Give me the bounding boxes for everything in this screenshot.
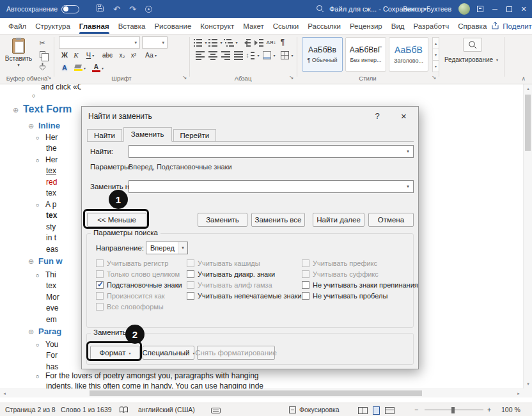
borders-button[interactable]: ▾: [279, 49, 295, 61]
outline-expand-icon[interactable]: ⊕: [28, 258, 38, 266]
checkbox-ignore-spaces[interactable]: Не учитывать пробелы: [302, 292, 387, 300]
checkbox[interactable]: [96, 259, 104, 267]
user-name[interactable]: Виктор Бухтеев: [403, 5, 451, 13]
font-dialog-launcher[interactable]: ↘: [182, 74, 187, 81]
minimize-button[interactable]: ─: [490, 5, 499, 13]
replace-with-input[interactable]: ▾: [129, 180, 414, 193]
autosave-control[interactable]: Автосохранение: [6, 0, 79, 18]
avatar[interactable]: [458, 3, 470, 15]
read-mode-icon[interactable]: [358, 407, 368, 414]
outline-expand-icon[interactable]: ⊕: [13, 106, 23, 114]
italic-button[interactable]: К: [70, 49, 82, 61]
checkbox[interactable]: [302, 292, 309, 300]
bold-button[interactable]: Ж: [59, 49, 70, 61]
maximize-button[interactable]: [506, 6, 512, 12]
find-next-button[interactable]: Найти далее: [313, 213, 364, 227]
tab-find[interactable]: Найти: [87, 129, 122, 141]
direction-select[interactable]: Вперед ▾: [146, 242, 188, 254]
show-marks-button[interactable]: ¶: [278, 36, 288, 48]
tab-developer[interactable]: Разработч: [409, 18, 454, 34]
ribbon-display-options-icon[interactable]: [477, 6, 483, 12]
font-size-combobox[interactable]: ▾: [142, 36, 168, 49]
font-color-button[interactable]: А▾: [90, 62, 106, 73]
numbered-list-button[interactable]: ▾: [208, 36, 223, 48]
undo-icon[interactable]: ↶: [113, 4, 120, 14]
align-right-button[interactable]: [219, 49, 233, 61]
font-name-combobox[interactable]: ▾: [59, 36, 140, 49]
word-count[interactable]: Слово 1 из 1639: [61, 406, 112, 413]
format-painter-button[interactable]: [36, 61, 48, 72]
proofing-icon[interactable]: [119, 406, 129, 415]
underline-button[interactable]: Ч▾: [82, 49, 98, 61]
tab-help[interactable]: Справка: [453, 18, 491, 34]
checkbox-diacritics[interactable]: Учитывать диакр. знаки: [187, 270, 275, 278]
autosave-toggle[interactable]: [61, 5, 79, 13]
tab-design[interactable]: Конструкт: [196, 18, 239, 34]
checkbox[interactable]: [187, 281, 194, 289]
tab-view[interactable]: Вид: [387, 18, 409, 34]
checkbox-alef-hamza[interactable]: Учитывать алиф гамза: [187, 281, 272, 289]
copy-button[interactable]: [36, 49, 48, 60]
zoom-slider-thumb[interactable]: [451, 407, 455, 413]
touch-mode-icon[interactable]: [145, 6, 152, 13]
outline-expand-icon[interactable]: ⊕: [28, 122, 38, 130]
tab-layout[interactable]: Макет: [239, 18, 269, 34]
caret-down-icon[interactable]: ▾: [403, 184, 413, 189]
caret-down-icon[interactable]: ▾: [403, 149, 413, 154]
paste-button[interactable]: Вставить ▾: [4, 36, 33, 73]
close-button[interactable]: ×: [519, 4, 528, 14]
scroll-down-button[interactable]: ▾: [524, 380, 532, 389]
align-center-button[interactable]: [206, 49, 220, 61]
increase-indent-button[interactable]: [252, 36, 266, 48]
replace-button[interactable]: Заменить: [198, 213, 247, 227]
checkbox[interactable]: [302, 270, 309, 278]
subscript-button[interactable]: x₂: [116, 49, 128, 61]
checkbox-sounds-like[interactable]: Произносится как: [96, 292, 165, 300]
checkbox[interactable]: [96, 303, 104, 311]
checkbox[interactable]: [96, 281, 104, 289]
checkbox[interactable]: [302, 259, 309, 267]
checkbox-control-chars[interactable]: Учитывать непечатаемые знаки: [187, 292, 302, 300]
paragraph-dialog-launcher[interactable]: ↘: [289, 74, 294, 81]
tab-replace[interactable]: Заменить: [123, 127, 172, 142]
keyboard-icon[interactable]: [211, 407, 221, 415]
tab-file[interactable]: Файл: [4, 18, 31, 34]
tab-mailings[interactable]: Рассылки: [303, 18, 345, 34]
tab-insert[interactable]: Вставка: [114, 18, 150, 34]
focus-mode-button[interactable]: Фокусировка: [289, 406, 340, 413]
tab-review[interactable]: Рецензир: [345, 18, 387, 34]
checkbox-wildcards[interactable]: Подстановочные знаки: [96, 281, 182, 289]
dialog-close-button[interactable]: ×: [389, 107, 418, 125]
share-button[interactable]: Поделиться: [491, 18, 532, 34]
checkbox[interactable]: [302, 281, 309, 289]
line-spacing-button[interactable]: ↕▾: [244, 49, 261, 61]
text-effects-button[interactable]: А: [59, 62, 70, 73]
outline-expand-icon[interactable]: ⊕: [28, 328, 38, 336]
scroll-up-button[interactable]: ▴: [524, 84, 532, 93]
tab-draw[interactable]: Рисование: [150, 18, 196, 34]
checkbox[interactable]: [96, 270, 104, 278]
find-button[interactable]: [463, 38, 482, 52]
checkbox[interactable]: [96, 292, 104, 300]
scroll-left-button[interactable]: ◂: [0, 389, 9, 398]
align-left-button[interactable]: [193, 49, 207, 61]
tab-references[interactable]: Ссылки: [269, 18, 304, 34]
redo-icon[interactable]: ↷: [129, 4, 136, 14]
web-layout-icon[interactable]: [385, 407, 395, 414]
clear-formatting-button[interactable]: Снять форматирование: [197, 346, 275, 360]
bullet-list-button[interactable]: ▾: [193, 36, 207, 48]
save-button[interactable]: [96, 4, 104, 14]
checkbox[interactable]: [187, 270, 194, 278]
checkbox-ignore-punctuation[interactable]: Не учитывать знаки препинания: [302, 281, 418, 289]
checkbox-match-case[interactable]: Учитывать регистр: [96, 259, 168, 267]
find-input[interactable]: ▾: [129, 145, 414, 158]
style-card-no-spacing[interactable]: АаБбВвГ Без интер...: [345, 37, 386, 72]
tab-home[interactable]: Главная: [75, 18, 114, 34]
zoom-value[interactable]: 100 %: [501, 406, 520, 413]
page-info[interactable]: Страница 2 из 8: [5, 406, 56, 413]
print-layout-icon[interactable]: [373, 406, 380, 415]
cancel-button[interactable]: Отмена: [368, 213, 414, 227]
checkbox-word-forms[interactable]: Все словоформы: [96, 303, 164, 311]
multilevel-list-button[interactable]: ▾: [224, 36, 238, 48]
sort-button[interactable]: АЯ↓: [265, 36, 278, 48]
